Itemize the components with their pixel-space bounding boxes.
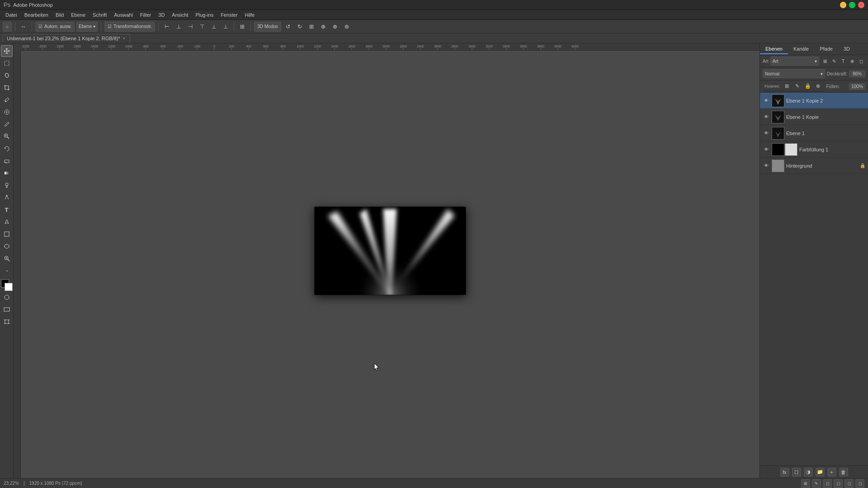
new-group-button[interactable]: 📁 — [816, 468, 825, 477]
toolbar-separator-3 — [101, 22, 101, 31]
minimize-button[interactable]: − — [840, 2, 846, 8]
align-center-btn[interactable]: ⊥ — [174, 22, 184, 32]
layer-item-farbfuellung[interactable]: 👁 Farbfüllung 1 — [760, 141, 868, 158]
tool-zoom[interactable] — [1, 253, 13, 264]
layer-visibility-3[interactable]: 👁 — [763, 130, 770, 137]
tool-lasso[interactable] — [1, 70, 13, 81]
add-mask-button[interactable]: ◻ — [792, 468, 801, 477]
menu-auswahl[interactable]: Auswahl — [110, 11, 137, 19]
maximize-button[interactable]: □ — [849, 2, 855, 8]
lock-position-btn[interactable]: ⊞ — [783, 82, 792, 91]
3d-tool2-btn[interactable]: ⊕ — [330, 22, 340, 32]
layer-item-hintergrund[interactable]: 👁 Hintergrund 🔒 — [760, 158, 868, 174]
add-adjustment-button[interactable]: ◑ — [804, 468, 813, 477]
art-icon-5[interactable]: ◻ — [857, 57, 865, 65]
menu-3d[interactable]: 3D — [155, 11, 168, 19]
layer-visibility-1[interactable]: 👁 — [763, 97, 770, 104]
menu-bearbeiten[interactable]: Bearbeiten — [21, 11, 52, 19]
tab-kanaele[interactable]: Kanäle — [788, 44, 814, 54]
home-button[interactable]: ⌂ — [3, 22, 12, 32]
tool-pen[interactable] — [1, 192, 13, 203]
delete-layer-button[interactable]: 🗑 — [839, 468, 848, 477]
layer-item-ebene1kopie[interactable]: 👁 Ebene 1 Kopie — [760, 109, 868, 125]
3d-tool3-btn[interactable]: ⊛ — [342, 22, 352, 32]
lock-pixels-btn[interactable]: ✎ — [793, 82, 802, 91]
lock-art-btn[interactable]: ⊕ — [814, 82, 823, 91]
art-icon-2[interactable]: ✎ — [830, 57, 838, 65]
align-middle-btn[interactable]: ⊥ — [209, 22, 219, 32]
fill-input[interactable]: 100% — [849, 83, 865, 90]
menu-hilfe[interactable]: Hilfe — [241, 11, 258, 19]
active-tab[interactable]: Unbenannt-1 bei 23,2% (Ebene 1 Kopie 2, … — [3, 34, 130, 43]
move-tool-btn[interactable]: ↔ — [19, 22, 28, 32]
quick-mask-btn[interactable] — [1, 291, 13, 303]
tab-ebenen[interactable]: Ebenen — [760, 44, 788, 54]
screen-mode-btn[interactable] — [1, 304, 13, 315]
layer-visibility-5[interactable]: 👁 — [763, 162, 770, 169]
align-top-btn[interactable]: ⊤ — [197, 22, 207, 32]
tool-healing[interactable] — [1, 106, 13, 118]
layer-item-ebene1[interactable]: 👁 Ebene 1 — [760, 125, 868, 141]
art-icon-3[interactable]: T — [839, 57, 847, 65]
art-icon-4[interactable]: ⊕ — [848, 57, 856, 65]
tool-clone[interactable] — [1, 131, 13, 142]
layer-visibility-2[interactable]: 👁 — [763, 113, 770, 121]
tool-selection[interactable] — [1, 57, 13, 69]
menu-filter[interactable]: Filter — [137, 11, 155, 19]
status-btn-4[interactable]: ◻ — [834, 479, 843, 488]
layer-item-ebene1kopie2[interactable]: 👁 Ebene 1 Kopie 2 — [760, 93, 868, 109]
distribute-btn[interactable]: ⊞ — [237, 22, 247, 32]
tool-more[interactable]: ··· — [1, 265, 13, 277]
rotate2-btn[interactable]: ↻ — [295, 22, 305, 32]
tool-path-selection[interactable] — [1, 216, 13, 228]
tool-brush[interactable] — [1, 118, 13, 130]
fx-button[interactable]: fx — [780, 468, 789, 477]
tab-close-btn[interactable]: × — [123, 36, 125, 41]
tool-3d[interactable] — [1, 240, 13, 252]
menu-ansicht[interactable]: Ansicht — [168, 11, 192, 19]
menu-fenster[interactable]: Fenster — [217, 11, 241, 19]
tool-shape[interactable] — [1, 228, 13, 240]
align-left-btn[interactable]: ⊢ — [162, 22, 172, 32]
close-button[interactable]: × — [858, 2, 864, 8]
3d-mode-btn[interactable]: 3D Modus — [254, 22, 281, 32]
align-bottom-btn[interactable]: ⊥ — [221, 22, 231, 32]
new-layer-button[interactable]: + — [827, 468, 836, 477]
align-right-btn[interactable]: ⊣ — [185, 22, 195, 32]
artboard-btn[interactable] — [1, 316, 13, 328]
opacity-input[interactable]: 86% — [849, 70, 865, 77]
tool-dodge[interactable] — [1, 179, 13, 191]
tool-text[interactable]: T — [1, 204, 13, 216]
rotate-btn[interactable]: ↺ — [283, 22, 293, 32]
menu-schrift[interactable]: Schrift — [89, 11, 110, 19]
color-swatch[interactable] — [1, 279, 13, 291]
tab-pfade[interactable]: Pfade — [814, 44, 838, 54]
art-icon-1[interactable]: ⊞ — [821, 57, 829, 65]
auto-select-btn[interactable]: ☑ Autom. ausw. — [35, 22, 75, 32]
tool-move[interactable] — [1, 45, 13, 57]
status-btn-2[interactable]: ✎ — [812, 479, 821, 488]
menu-ebene[interactable]: Ebene — [67, 11, 89, 19]
tool-history[interactable] — [1, 143, 13, 155]
layer-visibility-4[interactable]: 👁 — [763, 146, 770, 153]
status-btn-6[interactable]: ◻ — [855, 479, 864, 488]
status-btn-1[interactable]: ⊞ — [801, 479, 810, 488]
menu-bild[interactable]: Bild — [52, 11, 67, 19]
tool-crop[interactable] — [1, 82, 13, 94]
tool-eraser[interactable] — [1, 155, 13, 167]
status-btn-5[interactable]: ◻ — [844, 479, 854, 488]
3d-tool1-btn[interactable]: ⊕ — [318, 22, 328, 32]
tab-3d[interactable]: 3D — [838, 44, 855, 54]
menu-plugins[interactable]: Plug-ins — [192, 11, 217, 19]
ebene-dropdown[interactable]: Ebene ▾ — [76, 22, 98, 32]
blend-mode-select[interactable]: Normal ▾ — [763, 69, 825, 78]
menu-datei[interactable]: Datei — [2, 11, 21, 19]
art-select[interactable]: Art ▾ — [770, 56, 819, 66]
tool-eyedropper[interactable] — [1, 94, 13, 106]
canvas-viewport[interactable] — [21, 51, 760, 478]
status-btn-3[interactable]: ◻ — [823, 479, 832, 488]
transform-btn[interactable]: ☑ Transformationsstr. — [104, 22, 155, 32]
grid-btn[interactable]: ⊞ — [307, 22, 316, 32]
lock-all-btn[interactable]: 🔒 — [803, 82, 812, 91]
tool-gradient[interactable] — [1, 167, 13, 179]
